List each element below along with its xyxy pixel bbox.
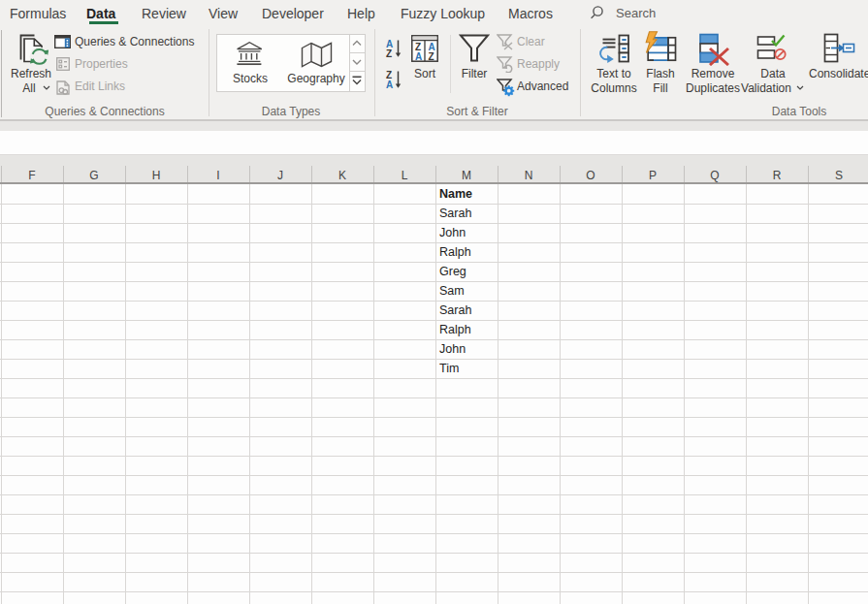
svg-text:Z: Z	[386, 48, 392, 59]
svg-text:A: A	[386, 79, 393, 90]
svg-text:Z: Z	[429, 51, 434, 62]
svg-text:A: A	[415, 51, 422, 62]
